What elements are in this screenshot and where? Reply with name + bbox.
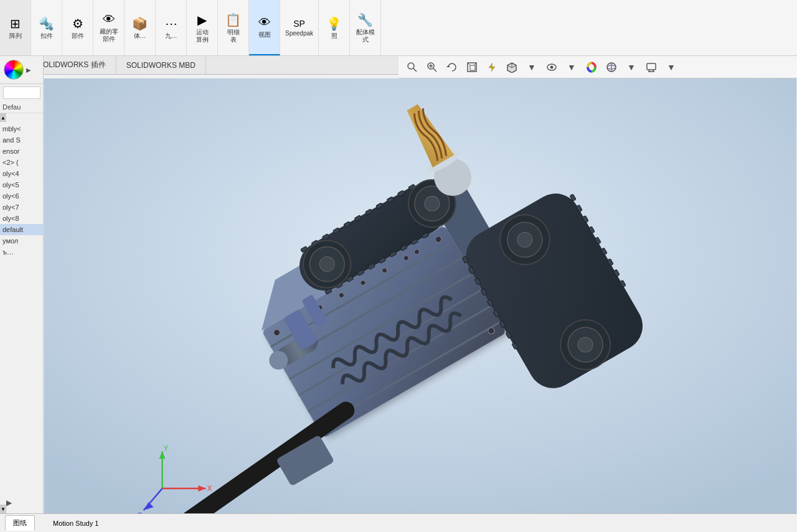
cube-icon [506,62,517,73]
ribbon-parts[interactable]: ⚙ 部件 [62,0,93,55]
svg-point-17 [550,65,554,68]
speedpak-icon: SP [293,19,305,29]
eye-icon [546,62,557,73]
tree-item-and-s[interactable]: and S [0,134,43,146]
svg-marker-11 [489,63,495,72]
color-icon-btn[interactable] [583,58,600,76]
monitor-icon [646,62,657,73]
motion-label: 运动 算例 [196,29,209,44]
nine-label: 九… [165,32,177,40]
matrix-label: 阵列 [9,32,22,40]
ribbon-view[interactable]: 👁 视图 [249,0,280,55]
top-toolbar: ⊞ 阵列 🔩 扣件 ⚙ 部件 👁 藏的零 部件 📦 体… ⋯ 九… ▶ 运动 算… [0,0,797,56]
ribbon-detail[interactable]: 📋 明细 表 [218,0,249,55]
tree-item-ymol[interactable]: умол [0,235,43,246]
lightning-icon-btn[interactable] [483,58,501,76]
ribbon-speedpak[interactable]: SP Speedpak [280,0,319,55]
color-wheel-icon [586,62,597,73]
ribbon-nine[interactable]: ⋯ 九… [156,0,187,55]
zoom-icon-btn[interactable] [423,58,441,76]
lighting-icon: 💡 [326,16,342,31]
view-label: 视图 [258,31,271,39]
svg-text:X: X [207,484,212,493]
3d-model-view: Y X Z [44,78,797,513]
config-label: 配体模 式 [356,29,375,44]
ribbon-config[interactable]: 🔧 配体模 式 [350,0,381,55]
parts-label: 部件 [72,32,84,40]
scene-dropdown-btn[interactable]: ▼ [623,58,640,76]
parts-icon: ⚙ [72,16,83,31]
detail-label: 明细 表 [227,29,240,44]
nav-forward-icon[interactable]: ▶ [6,498,12,507]
tree-item-oly4[interactable]: oly<4 [0,168,43,179]
status-bar: 图纸 Motion Study 1 [0,513,797,532]
ribbon-body[interactable]: 📦 体… [125,0,156,55]
rotate-icon [446,62,458,73]
body-label: 体… [134,32,146,40]
scene-icon-btn[interactable] [603,58,620,76]
ribbon-hidden[interactable]: 👁 藏的零 部件 [93,0,125,55]
ribbon-lighting[interactable]: 💡 照 [319,0,350,55]
nine-icon: ⋯ [165,16,177,31]
svg-rect-10 [470,65,475,70]
ribbon-matrix[interactable]: ⊞ 阵列 [0,0,31,55]
right-toolbar: ▼ ▼ ▼ ▼ [398,56,797,78]
view-icon: 👁 [258,16,271,30]
svg-line-3 [433,68,436,72]
sidebar-filter-input[interactable] [3,86,40,99]
sidebar-tree: mbly<and Sensor<2> (oly<4oly<5oly<6oly<7… [0,122,43,505]
rotate-icon-btn[interactable] [443,58,461,76]
svg-marker-6 [446,65,450,67]
buckle-icon: 🔩 [39,16,54,31]
tab-solidworks-mbd[interactable]: SOLIDWORKS MBD [116,56,206,74]
svg-point-0 [408,63,414,69]
tree-item-bottom[interactable]: ъ… [0,246,43,258]
detail-icon: 📋 [225,12,241,27]
status-tab-drawing[interactable]: 图纸 [5,515,35,531]
tree-item-oly5[interactable]: oly<5 [0,179,43,190]
expand-arrow-icon[interactable]: ▶ [26,67,31,73]
ribbon-buckle[interactable]: 🔩 扣件 [31,0,62,55]
lighting-label: 照 [331,32,337,40]
box-icon-btn[interactable] [463,58,481,76]
tree-item-oly8[interactable]: oly<8 [0,213,43,224]
motion-icon: ▶ [197,12,207,27]
scroll-up-btn[interactable]: ▲ [0,113,6,122]
box-icon [466,62,478,73]
tree-item-oly7[interactable]: oly<7 [0,202,43,213]
ribbon: ⊞ 阵列 🔩 扣件 ⚙ 部件 👁 藏的零 部件 📦 体… ⋯ 九… ▶ 运动 算… [0,0,797,55]
main-viewport: Y X Z [44,78,797,513]
left-sidebar: ▶ Defau ▲ mbly<and Sensor<2> (oly<4oly<5… [0,56,44,513]
search-icon-btn[interactable] [403,58,421,76]
search-icon [407,62,418,73]
sidebar-top: ▶ [0,56,43,84]
hidden-label: 藏的零 部件 [100,28,118,43]
lightning-icon [486,62,498,73]
cube-dropdown-btn[interactable]: ▼ [523,58,540,76]
tree-item-ensor[interactable]: ensor [0,146,43,157]
hidden-icon: 👁 [103,12,115,27]
body-icon: 📦 [132,16,148,31]
tree-item-assembly[interactable]: mbly< [0,123,43,134]
tree-item-oly6[interactable]: oly<6 [0,190,43,202]
config-icon: 🔧 [357,12,373,27]
status-tab-motion[interactable]: Motion Study 1 [45,516,106,530]
monitor-dropdown-btn[interactable]: ▼ [663,58,680,76]
tree-item-item2[interactable]: <2> ( [0,157,43,168]
tree-item-default2[interactable]: default [0,224,43,235]
zoom-icon [427,62,438,73]
sidebar-default-label: Defau [0,101,43,113]
buckle-label: 扣件 [40,32,53,40]
matrix-icon: ⊞ [10,16,21,31]
speedpak-label: Speedpak [285,30,313,37]
svg-line-1 [413,68,417,72]
appearance-color-wheel[interactable] [4,60,24,80]
svg-rect-22 [647,63,656,70]
ribbon-motion[interactable]: ▶ 运动 算例 [187,0,218,55]
svg-text:Y: Y [164,444,169,453]
monitor-icon-btn[interactable] [643,58,660,76]
scroll-down-btn[interactable]: ▼ [0,505,6,513]
eye-icon-btn[interactable] [543,58,560,76]
eye-dropdown-btn[interactable]: ▼ [563,58,580,76]
cube-icon-btn[interactable] [503,58,521,76]
